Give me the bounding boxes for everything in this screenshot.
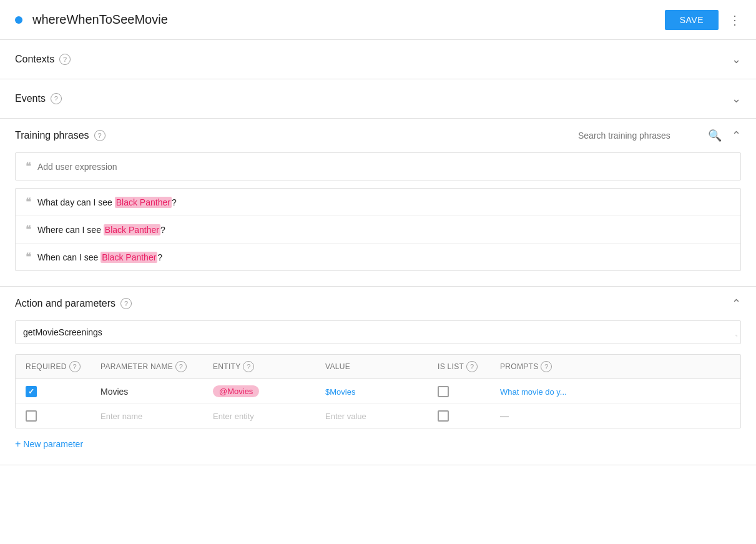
entity-badge[interactable]: @Movies: [213, 385, 259, 397]
phrase-text: What day can I see Black Panther?: [37, 197, 177, 207]
entity-cell: Enter entity: [213, 411, 325, 421]
events-header[interactable]: Events ? ⌄: [0, 79, 756, 118]
is-list-checkbox[interactable]: [438, 386, 449, 397]
more-vert-icon[interactable]: ⋮: [729, 12, 741, 27]
enter-value-placeholder: Enter value: [325, 412, 366, 421]
entity-cell: @Movies: [213, 385, 325, 397]
required-checkbox[interactable]: [26, 410, 37, 422]
action-input[interactable]: [23, 327, 733, 337]
is-list-cell: [438, 410, 500, 422]
required-help-icon[interactable]: ?: [69, 361, 81, 372]
resize-handle: ⌝: [735, 334, 738, 341]
entity-help-icon[interactable]: ?: [243, 361, 254, 372]
is-list-checkbox[interactable]: [438, 410, 449, 422]
quote-icon: ❝: [26, 196, 31, 208]
enter-name-placeholder: Enter name: [101, 412, 142, 421]
prompts-cell: —: [500, 411, 730, 421]
phrase-highlight: Black Panther: [101, 252, 157, 263]
quote-icon: ❝: [26, 161, 31, 172]
parameter-name-help-icon[interactable]: ?: [175, 361, 187, 372]
events-collapse-icon[interactable]: ⌄: [732, 92, 741, 106]
action-parameters-title: Action and parameters: [15, 298, 115, 309]
action-parameters-help-icon[interactable]: ?: [120, 298, 132, 309]
contexts-help-icon[interactable]: ?: [59, 54, 71, 65]
required-cell: [26, 386, 101, 397]
phrase-list: ❝ What day can I see Black Panther? ❝ Wh…: [15, 188, 741, 271]
quote-icon: ❝: [26, 224, 31, 235]
training-title-area: Training phrases ?: [15, 130, 578, 141]
search-icon[interactable]: 🔍: [708, 129, 722, 142]
action-parameters-section: Action and parameters ? ⌃ ⌝ REQUIRED ? P…: [0, 287, 756, 465]
action-parameters-header: Action and parameters ? ⌃: [0, 287, 756, 320]
value-header: VALUE: [325, 361, 438, 372]
action-title-area: Action and parameters ?: [15, 298, 732, 309]
search-input[interactable]: [578, 131, 703, 141]
header: whereWhenToSeeMovie SAVE ⋮: [0, 0, 756, 40]
prompts-header: PROMPTS ?: [500, 361, 730, 372]
training-phrases-help-icon[interactable]: ?: [94, 130, 106, 141]
contexts-section: Contexts ? ⌄: [0, 40, 756, 79]
table-row: Enter name Enter entity Enter value —: [16, 404, 740, 428]
new-parameter-area: + New parameter: [15, 438, 741, 450]
table-row: Movies @Movies $Movies What movie do y..…: [16, 379, 740, 404]
enter-entity-placeholder: Enter entity: [213, 412, 254, 421]
prompts-cell: What movie do y...: [500, 387, 730, 397]
prompts-text[interactable]: What movie do y...: [500, 387, 567, 397]
training-phrases-collapse-icon[interactable]: ⌃: [732, 129, 741, 142]
contexts-header[interactable]: Contexts ? ⌄: [0, 40, 756, 79]
plus-icon: +: [15, 438, 21, 450]
status-dot: [15, 16, 22, 24]
add-expression-input[interactable]: [37, 162, 730, 172]
prompts-help-icon[interactable]: ?: [541, 361, 552, 372]
parameter-name-value: Movies: [101, 387, 128, 397]
parameters-table: REQUIRED ? PARAMETER NAME ? ENTITY ? VAL…: [15, 354, 741, 428]
search-area: 🔍: [578, 129, 722, 142]
page-title: whereWhenToSeeMovie: [32, 12, 665, 27]
value-cell: $Movies: [325, 387, 438, 397]
quote-icon: ❝: [26, 251, 31, 263]
action-parameters-collapse-icon[interactable]: ⌃: [732, 297, 741, 310]
value-text: $Movies: [325, 387, 355, 397]
value-cell: Enter value: [325, 411, 438, 421]
required-cell: [26, 410, 101, 422]
list-item[interactable]: ❝ What day can I see Black Panther?: [16, 189, 740, 216]
phrase-highlight: Black Panther: [104, 224, 160, 235]
required-checkbox[interactable]: [26, 386, 37, 397]
dash-text: —: [500, 411, 509, 421]
list-item[interactable]: ❝ When can I see Black Panther?: [16, 244, 740, 270]
parameter-name-cell: Movies: [101, 387, 213, 397]
action-input-wrapper: ⌝: [15, 320, 741, 344]
is-list-header: IS LIST ?: [438, 361, 500, 372]
events-section: Events ? ⌄: [0, 79, 756, 119]
training-phrases-section: Training phrases ? 🔍 ⌃ ❝ ❝ What day can …: [0, 119, 756, 287]
new-parameter-button[interactable]: New parameter: [23, 439, 83, 449]
contexts-title: Contexts ?: [15, 54, 732, 65]
phrase-text: When can I see Black Panther?: [37, 252, 162, 262]
contexts-collapse-icon[interactable]: ⌄: [732, 52, 741, 66]
is-list-help-icon[interactable]: ?: [466, 361, 478, 372]
training-phrases-title: Training phrases: [15, 130, 89, 141]
save-button[interactable]: SAVE: [665, 10, 719, 30]
training-phrases-header: Training phrases ? 🔍 ⌃: [0, 119, 756, 152]
list-item[interactable]: ❝ Where can I see Black Panther?: [16, 216, 740, 244]
phrase-highlight: Black Panther: [115, 197, 172, 208]
events-title: Events ?: [15, 93, 732, 104]
entity-header: ENTITY ?: [213, 361, 325, 372]
required-header: REQUIRED ?: [26, 361, 101, 372]
phrase-text: Where can I see Black Panther?: [37, 225, 165, 235]
add-expression-box: ❝: [15, 152, 741, 181]
events-help-icon[interactable]: ?: [51, 93, 62, 104]
is-list-cell: [438, 386, 500, 397]
parameter-name-header: PARAMETER NAME ?: [101, 361, 213, 372]
table-header-row: REQUIRED ? PARAMETER NAME ? ENTITY ? VAL…: [16, 355, 740, 379]
parameter-name-cell: Enter name: [101, 411, 213, 421]
